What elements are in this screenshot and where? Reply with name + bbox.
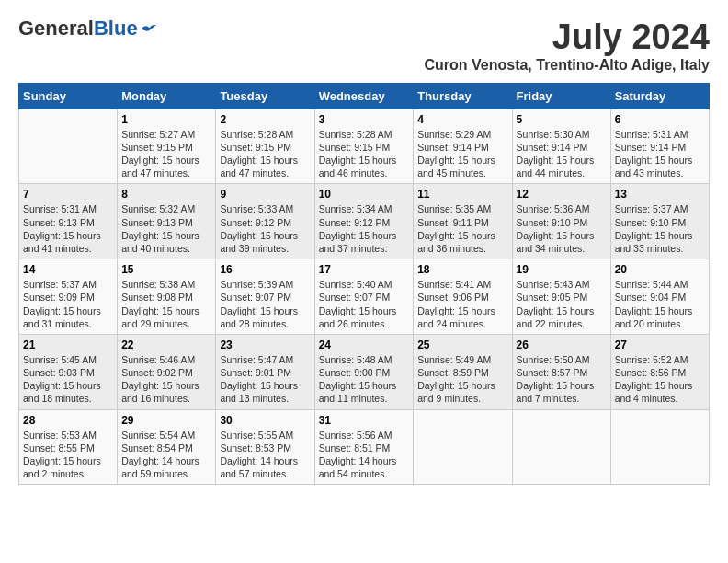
day-content: Sunrise: 5:49 AM Sunset: 8:59 PM Dayligh…: [417, 353, 507, 406]
calendar-week-row: 28Sunrise: 5:53 AM Sunset: 8:55 PM Dayli…: [19, 409, 710, 485]
day-number: 20: [615, 263, 705, 276]
day-content: Sunrise: 5:31 AM Sunset: 9:14 PM Dayligh…: [615, 128, 705, 180]
day-content: Sunrise: 5:53 AM Sunset: 8:55 PM Dayligh…: [23, 429, 113, 481]
day-content: Sunrise: 5:35 AM Sunset: 9:11 PM Dayligh…: [417, 202, 507, 255]
calendar-cell: [414, 409, 512, 485]
logo: GeneralBlue: [18, 18, 156, 39]
day-content: Sunrise: 5:48 AM Sunset: 9:00 PM Dayligh…: [319, 353, 410, 406]
day-content: Sunrise: 5:40 AM Sunset: 9:07 PM Dayligh…: [319, 278, 410, 330]
day-number: 16: [220, 263, 310, 276]
calendar-cell: [512, 409, 610, 485]
day-content: Sunrise: 5:30 AM Sunset: 9:14 PM Dayligh…: [517, 128, 607, 180]
calendar-cell: 11Sunrise: 5:35 AM Sunset: 9:11 PM Dayli…: [414, 184, 512, 259]
calendar-cell: 28Sunrise: 5:53 AM Sunset: 8:55 PM Dayli…: [19, 409, 118, 485]
day-number: 31: [319, 414, 410, 427]
day-number: 23: [220, 339, 310, 351]
day-number: 9: [220, 188, 310, 201]
calendar-cell: [19, 109, 118, 184]
day-content: Sunrise: 5:52 AM Sunset: 8:56 PM Dayligh…: [615, 353, 705, 406]
day-content: Sunrise: 5:45 AM Sunset: 9:03 PM Dayligh…: [23, 353, 113, 406]
day-number: 2: [220, 113, 310, 126]
day-content: Sunrise: 5:31 AM Sunset: 9:13 PM Dayligh…: [23, 202, 113, 255]
calendar-cell: 2Sunrise: 5:28 AM Sunset: 9:15 PM Daylig…: [216, 109, 314, 184]
calendar-cell: 1Sunrise: 5:27 AM Sunset: 9:15 PM Daylig…: [118, 109, 216, 184]
calendar-cell: 4Sunrise: 5:29 AM Sunset: 9:14 PM Daylig…: [414, 109, 512, 184]
logo-bird-icon: [140, 22, 156, 35]
calendar-cell: 24Sunrise: 5:48 AM Sunset: 9:00 PM Dayli…: [314, 334, 414, 409]
calendar-cell: 19Sunrise: 5:43 AM Sunset: 9:05 PM Dayli…: [512, 259, 610, 335]
calendar-week-row: 14Sunrise: 5:37 AM Sunset: 9:09 PM Dayli…: [19, 259, 710, 335]
day-number: 7: [23, 188, 113, 201]
day-number: 22: [121, 339, 211, 351]
calendar-body: 1Sunrise: 5:27 AM Sunset: 9:15 PM Daylig…: [19, 109, 710, 484]
calendar-cell: 25Sunrise: 5:49 AM Sunset: 8:59 PM Dayli…: [414, 334, 512, 409]
day-number: 30: [220, 414, 310, 427]
day-number: 8: [121, 188, 211, 201]
calendar-cell: 8Sunrise: 5:32 AM Sunset: 9:13 PM Daylig…: [118, 184, 216, 259]
day-content: Sunrise: 5:44 AM Sunset: 9:04 PM Dayligh…: [615, 278, 705, 330]
calendar-cell: 17Sunrise: 5:40 AM Sunset: 9:07 PM Dayli…: [314, 259, 414, 335]
page-header: GeneralBlue July 2024 Curon Venosta, Tre…: [18, 18, 710, 74]
calendar-header-row: SundayMondayTuesdayWednesdayThursdayFrid…: [19, 83, 710, 109]
day-number: 25: [417, 339, 507, 351]
col-header-sunday: Sunday: [19, 83, 118, 109]
day-number: 29: [121, 414, 211, 427]
day-content: Sunrise: 5:41 AM Sunset: 9:06 PM Dayligh…: [417, 278, 507, 330]
col-header-saturday: Saturday: [610, 83, 709, 109]
calendar-cell: 14Sunrise: 5:37 AM Sunset: 9:09 PM Dayli…: [19, 259, 118, 335]
day-number: 13: [615, 188, 705, 201]
day-content: Sunrise: 5:56 AM Sunset: 8:51 PM Dayligh…: [319, 429, 410, 481]
calendar-cell: 30Sunrise: 5:55 AM Sunset: 8:53 PM Dayli…: [216, 409, 314, 485]
day-content: Sunrise: 5:54 AM Sunset: 8:54 PM Dayligh…: [121, 429, 211, 481]
day-content: Sunrise: 5:46 AM Sunset: 9:02 PM Dayligh…: [121, 353, 211, 406]
calendar-cell: 20Sunrise: 5:44 AM Sunset: 9:04 PM Dayli…: [610, 259, 709, 335]
day-content: Sunrise: 5:33 AM Sunset: 9:12 PM Dayligh…: [220, 202, 310, 255]
day-content: Sunrise: 5:28 AM Sunset: 9:15 PM Dayligh…: [220, 128, 310, 180]
day-number: 27: [615, 339, 705, 351]
day-content: Sunrise: 5:29 AM Sunset: 9:14 PM Dayligh…: [417, 128, 507, 180]
day-number: 26: [517, 339, 607, 351]
col-header-wednesday: Wednesday: [314, 83, 414, 109]
day-number: 19: [517, 263, 607, 276]
day-number: 15: [121, 263, 211, 276]
day-number: 21: [23, 339, 113, 351]
day-content: Sunrise: 5:36 AM Sunset: 9:10 PM Dayligh…: [517, 202, 607, 255]
day-content: Sunrise: 5:55 AM Sunset: 8:53 PM Dayligh…: [220, 429, 310, 481]
calendar-cell: 7Sunrise: 5:31 AM Sunset: 9:13 PM Daylig…: [19, 184, 118, 259]
day-number: 3: [319, 113, 410, 126]
calendar-cell: 15Sunrise: 5:38 AM Sunset: 9:08 PM Dayli…: [118, 259, 216, 335]
day-number: 24: [319, 339, 410, 351]
title-area: July 2024 Curon Venosta, Trentino-Alto A…: [424, 18, 710, 74]
day-content: Sunrise: 5:47 AM Sunset: 9:01 PM Dayligh…: [220, 353, 310, 406]
calendar-cell: 5Sunrise: 5:30 AM Sunset: 9:14 PM Daylig…: [512, 109, 610, 184]
calendar-table: SundayMondayTuesdayWednesdayThursdayFrid…: [18, 83, 710, 485]
day-content: Sunrise: 5:38 AM Sunset: 9:08 PM Dayligh…: [121, 278, 211, 330]
location-title: Curon Venosta, Trentino-Alto Adige, Ital…: [424, 57, 710, 74]
day-content: Sunrise: 5:50 AM Sunset: 8:57 PM Dayligh…: [517, 353, 607, 406]
day-number: 28: [23, 414, 113, 427]
col-header-monday: Monday: [118, 83, 216, 109]
month-title: July 2024: [424, 18, 710, 57]
day-content: Sunrise: 5:39 AM Sunset: 9:07 PM Dayligh…: [220, 278, 310, 330]
calendar-week-row: 7Sunrise: 5:31 AM Sunset: 9:13 PM Daylig…: [19, 184, 710, 259]
calendar-cell: 13Sunrise: 5:37 AM Sunset: 9:10 PM Dayli…: [610, 184, 709, 259]
calendar-week-row: 21Sunrise: 5:45 AM Sunset: 9:03 PM Dayli…: [19, 334, 710, 409]
calendar-cell: 21Sunrise: 5:45 AM Sunset: 9:03 PM Dayli…: [19, 334, 118, 409]
day-content: Sunrise: 5:32 AM Sunset: 9:13 PM Dayligh…: [121, 202, 211, 255]
day-content: Sunrise: 5:43 AM Sunset: 9:05 PM Dayligh…: [517, 278, 607, 330]
day-content: Sunrise: 5:28 AM Sunset: 9:15 PM Dayligh…: [319, 128, 410, 180]
day-number: 6: [615, 113, 705, 126]
calendar-cell: 18Sunrise: 5:41 AM Sunset: 9:06 PM Dayli…: [414, 259, 512, 335]
calendar-cell: 31Sunrise: 5:56 AM Sunset: 8:51 PM Dayli…: [314, 409, 414, 485]
day-number: 14: [23, 263, 113, 276]
day-number: 11: [417, 188, 507, 201]
calendar-cell: 16Sunrise: 5:39 AM Sunset: 9:07 PM Dayli…: [216, 259, 314, 335]
calendar-cell: 9Sunrise: 5:33 AM Sunset: 9:12 PM Daylig…: [216, 184, 314, 259]
day-number: 4: [417, 113, 507, 126]
day-number: 5: [517, 113, 607, 126]
calendar-cell: 29Sunrise: 5:54 AM Sunset: 8:54 PM Dayli…: [118, 409, 216, 485]
day-number: 18: [417, 263, 507, 276]
day-content: Sunrise: 5:37 AM Sunset: 9:10 PM Dayligh…: [615, 202, 705, 255]
col-header-thursday: Thursday: [414, 83, 512, 109]
calendar-cell: [610, 409, 709, 485]
